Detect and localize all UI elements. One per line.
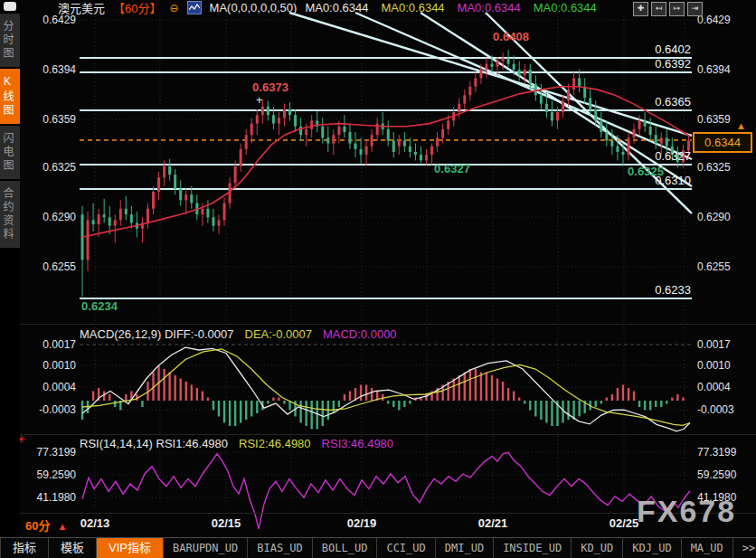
- sidebar-tab-分时图[interactable]: 分时图: [0, 14, 20, 67]
- ma-value-label: MA0:0.6344: [381, 1, 444, 14]
- chart-header: 澳元美元 【60分】 ⊖ MA(0,0,0,0,0,50) MA0:0.6344…: [58, 1, 610, 14]
- symbol-title: 澳元美元: [58, 0, 105, 16]
- indicator-toolbar: 指标模板VIP指标BARUPDN_UDBIAS_UDBOLL_UDCCI_UDD…: [0, 537, 756, 558]
- hline-price-label: 0.6233: [629, 283, 691, 297]
- macd-axis-label-left: 0.0010: [18, 359, 76, 372]
- macd-axis-label-right: 0.0004: [697, 381, 731, 393]
- price-annotation: 0.6234: [81, 299, 118, 313]
- timeframe-corner-label[interactable]: 60分▲: [25, 516, 67, 534]
- price-axis-label-left: 0.6255: [18, 260, 76, 273]
- chart-type-sidebar: 分时图K线图闪电图合约资料: [0, 0, 20, 537]
- shift-right-icon[interactable]: ↦: [669, 2, 685, 16]
- sidebar-tab-闪电图[interactable]: 闪电图: [0, 126, 20, 179]
- ma-indicator-icon[interactable]: [187, 1, 202, 14]
- toolbar-tab-DMI_UD[interactable]: DMI_UD: [436, 538, 494, 558]
- price-axis-label-left: 0.6359: [18, 113, 76, 126]
- period-label: 【60分】: [113, 0, 161, 16]
- drawing-anchor-cross[interactable]: +: [256, 93, 263, 107]
- toolbar-tab->>[interactable]: >>: [733, 538, 756, 558]
- price-annotation: 0.6408: [493, 30, 529, 43]
- chart-toolbar-buttons: ✚↤↦⇥: [633, 2, 703, 16]
- price-axis-label-left: 0.6394: [18, 63, 76, 76]
- price-annotation: 0.6327: [434, 162, 470, 175]
- ma-value-label: MA0:0.6344: [458, 1, 521, 14]
- toolbar-tab-BARUPDN_UD[interactable]: BARUPDN_UD: [164, 538, 248, 558]
- hline-price-label: 0.6392: [629, 57, 691, 71]
- macd-header-value: DEA:-0.0007: [245, 327, 312, 341]
- time-axis-label: 02/19: [347, 516, 377, 530]
- hline-price-label: 0.6402: [629, 43, 691, 56]
- price-axis-label-right: 0.6325: [697, 161, 731, 174]
- rsi-header-value: RSI(14,14,14) RSI1:46.4980: [80, 437, 228, 450]
- macd-axis-label-right: 0.0010: [697, 359, 731, 372]
- toolbar-tab-BOLL_UD[interactable]: BOLL_UD: [313, 538, 378, 558]
- toolbar-tab-MA_UD[interactable]: MA_UD: [682, 538, 733, 558]
- price-axis-label-left: 0.6290: [18, 211, 76, 223]
- rsi-axis-label-right: 59.2590: [697, 468, 736, 481]
- hline-price-label: 0.6327: [629, 149, 691, 163]
- collapse-indicator-icon[interactable]: ⊖: [169, 2, 178, 14]
- exit-chart-icon[interactable]: ⇥: [687, 2, 703, 16]
- time-axis-label: 02/15: [212, 516, 241, 530]
- macd-axis-label-right: -0.0003: [697, 403, 734, 416]
- crosshair-tool-icon[interactable]: ✚: [633, 2, 648, 16]
- macd-axis-label-left: 0.0017: [18, 338, 76, 351]
- macd-axis-label-left: -0.0003: [18, 403, 76, 416]
- price-annotation: 0.6325: [628, 165, 664, 178]
- toolbar-tab-KD_UD[interactable]: KD_UD: [572, 538, 623, 558]
- toolbar-tab-KDJ_UD[interactable]: KDJ_UD: [623, 538, 681, 558]
- shift-left-icon[interactable]: ↤: [651, 2, 666, 16]
- price-up-arrow-icon: ▲: [736, 120, 746, 131]
- ma-settings-label: MA(0,0,0,0,0,50): [210, 1, 298, 14]
- macd-header-value: MACD(26,12,9) DIFF:-0.0007: [80, 327, 234, 341]
- time-axis-label: 02/21: [478, 516, 508, 530]
- toolbar-tab-指标[interactable]: 指标: [0, 538, 49, 558]
- sidebar-collapse-handle[interactable]: [4, 2, 16, 11]
- rsi-axis-label-left: 41.1980: [18, 491, 76, 504]
- rsi-header: RSI(14,14,14) RSI1:46.4980RSI2:46.4980RS…: [80, 437, 393, 450]
- up-triangle-icon: ▲: [57, 521, 67, 532]
- price-annotation: 0.6373: [252, 80, 288, 94]
- rsi-axis-label-left: 59.2590: [18, 468, 76, 481]
- ma-value-label: MA0:0.6344: [534, 1, 597, 14]
- toolbar-tab-模板[interactable]: 模板: [49, 538, 97, 558]
- toolbar-tab-VIP指标[interactable]: VIP指标: [97, 538, 164, 558]
- price-axis-label-right: 0.6394: [697, 63, 731, 76]
- macd-header: MACD(26,12,9) DIFF:-0.0007DEA:-0.0007MAC…: [80, 327, 397, 341]
- watermark-logo: FX678: [637, 494, 736, 529]
- price-axis-label-right: 0.6290: [697, 211, 731, 223]
- price-axis-label-left: 0.6325: [18, 161, 76, 174]
- macd-axis-label-left: 0.0004: [18, 381, 76, 393]
- hline-price-label: 0.6365: [629, 95, 691, 109]
- chart-canvas[interactable]: [0, 0, 756, 537]
- sidebar-tab-K线图[interactable]: K线图: [0, 69, 20, 124]
- price-axis-label-right: 0.6359: [697, 113, 731, 126]
- toolbar-tab-INSIDE_UD[interactable]: INSIDE_UD: [494, 538, 572, 558]
- time-axis-label: 02/13: [80, 516, 110, 530]
- current-price-badge: 0.6344: [693, 132, 752, 153]
- rsi-header-value: RSI3:46.4980: [322, 437, 394, 450]
- macd-header-value: MACD:0.0000: [323, 327, 397, 341]
- trading-chart-window: 分时图K线图闪电图合约资料 澳元美元 【60分】 ⊖ MA(0,0,0,0,0,…: [0, 0, 756, 558]
- price-axis-label-right: 0.6255: [697, 260, 731, 273]
- sidebar-tab-合约资料[interactable]: 合约资料: [0, 181, 20, 248]
- rsi-header-value: RSI2:46.4980: [239, 437, 311, 450]
- rsi-axis-label-right: 77.3199: [697, 446, 736, 459]
- toolbar-tab-CCI_UD[interactable]: CCI_UD: [377, 538, 435, 558]
- rsi-axis-label-left: 77.3199: [18, 446, 76, 459]
- ma-values: MA0:0.6344MA0:0.6344MA0:0.6344MA0:0.6344: [305, 1, 609, 14]
- time-axis-label: 02/25: [610, 516, 639, 530]
- macd-axis-label-right: 0.0017: [697, 338, 731, 351]
- toolbar-tab-BIAS_UD[interactable]: BIAS_UD: [248, 538, 313, 558]
- ma-value-label: MA0:0.6344: [305, 1, 368, 14]
